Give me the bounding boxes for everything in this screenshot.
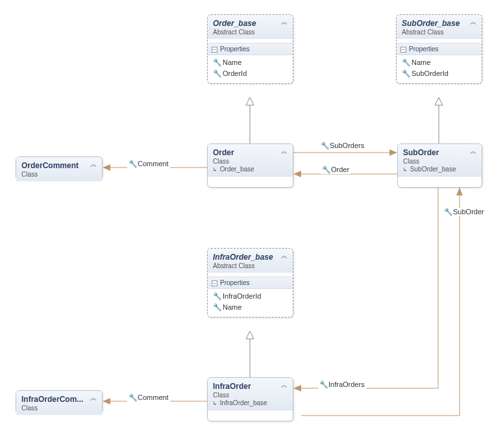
class-name: InfraOrder_base (213, 253, 288, 262)
class-stereotype: Class (213, 158, 288, 165)
collapse-icon[interactable]: ︽ (470, 149, 476, 153)
svg-marker-1 (246, 97, 254, 105)
wrench-icon: 🔧 (402, 58, 410, 67)
assoc-label-order: 🔧Order (321, 166, 351, 174)
svg-marker-9 (389, 149, 397, 156)
wrench-icon: 🔧 (213, 292, 221, 301)
class-order-base[interactable]: Order_base Abstract Class ︽ −Properties … (207, 14, 293, 84)
wrench-icon: 🔧 (213, 303, 221, 312)
collapse-icon[interactable]: ︽ (281, 254, 288, 258)
toggle-icon[interactable]: − (212, 280, 217, 286)
properties-header[interactable]: −Properties (208, 277, 293, 289)
class-suborder[interactable]: SubOrder Class SubOrder_base ︽ (397, 143, 482, 188)
class-infraorder[interactable]: InfraOrder Class InfraOrder_base ︽ (207, 377, 293, 421)
svg-marker-12 (456, 188, 463, 195)
class-name: SubOrder_base (402, 19, 476, 28)
wrench-icon: 🔧 (129, 160, 136, 168)
properties-list: 🔧InfraOrderId 🔧Name (208, 289, 293, 317)
class-name: Order (213, 148, 288, 157)
class-stereotype: Class (403, 158, 476, 165)
class-header: InfraOrder_base Abstract Class ︽ (208, 249, 293, 273)
assoc-label-infraorders: 🔧InfraOrders (318, 380, 366, 389)
collapse-icon[interactable]: ︽ (470, 20, 476, 24)
class-header: InfraOrder Class InfraOrder_base ︽ (208, 378, 293, 410)
collapse-icon[interactable]: ︽ (281, 383, 288, 387)
property-item[interactable]: 🔧OrderId (212, 68, 289, 79)
class-name: InfraOrderCom... (21, 395, 97, 404)
wrench-icon: 🔧 (402, 69, 410, 78)
class-header: Order Class Order_base ︽ (208, 144, 293, 176)
svg-marker-3 (435, 97, 443, 105)
svg-marker-15 (103, 398, 110, 404)
class-stereotype: Abstract Class (402, 29, 476, 36)
class-stereotype: Class (213, 392, 288, 399)
toggle-icon[interactable]: − (212, 47, 217, 53)
property-item[interactable]: 🔧Name (212, 302, 289, 313)
wrench-icon: 🔧 (319, 380, 327, 389)
class-header: SubOrder Class SubOrder_base ︽ (398, 144, 482, 176)
property-item[interactable]: 🔧Name (400, 57, 478, 68)
properties-header[interactable]: −Properties (397, 43, 482, 55)
svg-marker-11 (293, 171, 301, 177)
assoc-label-comment2: 🔧Comment (127, 393, 170, 402)
properties-list: 🔧Name 🔧SubOrderId (397, 55, 482, 83)
class-name: OrderComment (21, 161, 97, 170)
collapse-icon[interactable]: ︽ (90, 162, 97, 166)
collapse-icon[interactable]: ︽ (90, 396, 97, 400)
wrench-icon: 🔧 (213, 69, 221, 78)
class-header: OrderComment Class ︽ (16, 157, 102, 181)
class-name: InfraOrder (213, 382, 288, 391)
class-suborder-base[interactable]: SubOrder_base Abstract Class ︽ −Properti… (396, 14, 482, 84)
base-class: InfraOrder_base (213, 399, 288, 406)
wrench-icon: 🔧 (322, 166, 330, 174)
collapse-icon[interactable]: ︽ (281, 20, 288, 24)
wrench-icon: 🔧 (129, 393, 136, 402)
class-stereotype: Abstract Class (213, 29, 288, 36)
class-order[interactable]: Order Class Order_base ︽ (207, 143, 293, 188)
assoc-label-suborders: 🔧SubOrders (319, 142, 365, 150)
class-stereotype: Class (21, 171, 97, 178)
class-stereotype: Abstract Class (213, 262, 288, 269)
base-class: Order_base (213, 166, 288, 173)
class-name: Order_base (213, 19, 288, 28)
assoc-label-suborder: 🔧SubOrder (443, 208, 486, 216)
class-infraorder-base[interactable]: InfraOrder_base Abstract Class ︽ −Proper… (207, 248, 293, 317)
svg-marker-7 (103, 164, 110, 171)
wrench-icon: 🔧 (444, 208, 452, 216)
class-ordercomment[interactable]: OrderComment Class ︽ (16, 156, 103, 180)
class-header: InfraOrderCom... Class ︽ (16, 391, 102, 415)
wrench-icon: 🔧 (213, 58, 221, 67)
property-item[interactable]: 🔧InfraOrderId (212, 291, 289, 302)
class-stereotype: Class (21, 404, 97, 412)
toggle-icon[interactable]: − (400, 47, 406, 53)
class-header: SubOrder_base Abstract Class ︽ (397, 15, 482, 39)
wrench-icon: 🔧 (321, 142, 328, 150)
assoc-label-comment: 🔧Comment (127, 160, 170, 168)
svg-marker-13 (293, 385, 301, 392)
property-item[interactable]: 🔧SubOrderId (400, 68, 478, 79)
properties-list: 🔧Name 🔧OrderId (208, 55, 293, 83)
class-name: SubOrder (403, 148, 476, 157)
collapse-icon[interactable]: ︽ (281, 149, 288, 153)
svg-marker-5 (246, 331, 254, 339)
class-header: Order_base Abstract Class ︽ (208, 15, 293, 39)
properties-header[interactable]: −Properties (208, 43, 293, 55)
property-item[interactable]: 🔧Name (212, 57, 289, 68)
class-infraordercomment[interactable]: InfraOrderCom... Class ︽ (16, 390, 103, 414)
base-class: SubOrder_base (403, 166, 476, 173)
